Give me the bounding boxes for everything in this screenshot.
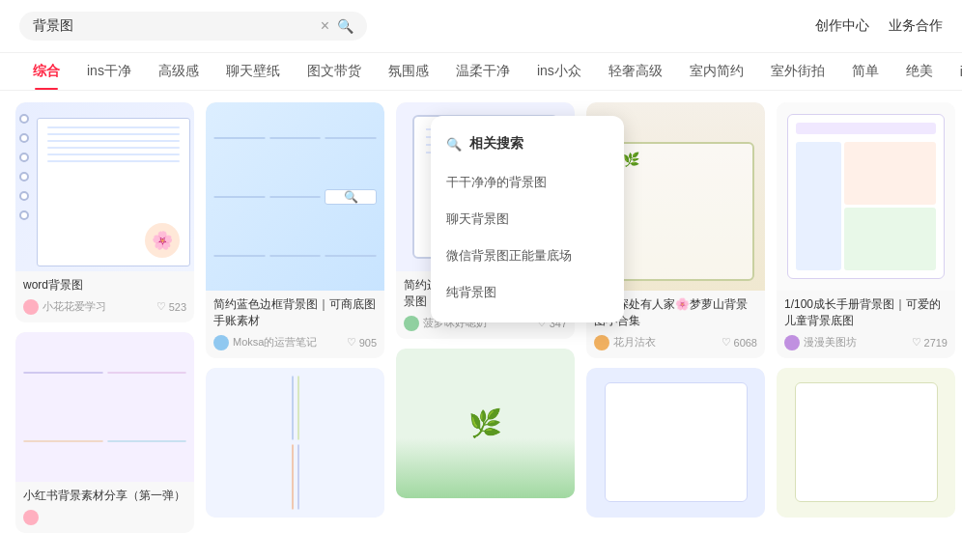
card-meta-blue: Moksa的运营笔记 ♡ 905 — [213, 335, 377, 350]
avatar-frames — [23, 510, 39, 525]
card-info-planner: 1/100成长手册背景图｜可爱的儿童背景底图 漫漫美图坊 ♡ 2719 — [777, 291, 955, 358]
card-likes-word: ♡ 523 — [156, 300, 186, 313]
card-author-planner: 漫漫美图坊 — [784, 335, 857, 350]
dropdown-item-0[interactable]: 干干净净的背景图 — [431, 164, 624, 201]
create-center-link[interactable]: 创作中心 — [815, 17, 869, 35]
card-likes-blue: ♡ 905 — [347, 336, 377, 349]
business-link[interactable]: 业务合作 — [889, 17, 943, 35]
tab-gentle-clean[interactable]: 温柔干净 — [442, 53, 523, 90]
nav-tabs: 综合 ins干净 高级感 聊天壁纸 图文带货 氛围感 温柔干净 ins小众 轻奢… — [0, 53, 962, 91]
card-info-frames: 小红书背景素材分享（第一弹） — [15, 482, 194, 533]
card-column-0: 🌸 word背景图 小花花爱学习 ♡ 523 — [15, 102, 194, 533]
card-author-blue: Moksa的运营笔记 — [213, 335, 317, 350]
dropdown-item-1[interactable]: 聊天背景图 — [431, 201, 624, 238]
tab-high-end[interactable]: 高级感 — [145, 53, 212, 90]
tab-ins-clean[interactable]: ins干净 — [73, 53, 145, 90]
clear-icon[interactable]: × — [321, 17, 329, 35]
card-thumb-small — [206, 368, 384, 518]
card-column-4: 1/100成长手册背景图｜可爱的儿童背景底图 漫漫美图坊 ♡ 2719 — [777, 102, 955, 533]
card-thumb-planner — [777, 102, 955, 291]
card-meta-word: 小花花爱学习 ♡ 523 — [23, 299, 186, 315]
avatar-simple — [404, 316, 419, 331]
tab-graphic-merch[interactable]: 图文带货 — [294, 53, 375, 90]
tab-outdoor-street[interactable]: 室外街拍 — [757, 53, 838, 90]
tab-simple[interactable]: 简单 — [838, 53, 892, 90]
tab-gorgeous[interactable]: 绝美 — [892, 53, 947, 90]
dropdown-search-icon: 🔍 — [446, 137, 462, 152]
card-author-garden: 花月沽衣 — [594, 335, 656, 350]
card-meta-planner: 漫漫美图坊 ♡ 2719 — [784, 335, 948, 350]
dropdown-header-label: 相关搜索 — [469, 135, 523, 153]
avatar-garden — [594, 335, 609, 350]
card-thumb-frames — [15, 332, 194, 482]
card-column-1: 🔍 简约蓝色边框背景图｜可商底图 手账素材 Moksa的运营笔记 ♡ 905 — [206, 102, 384, 533]
card-thumb-purple — [586, 368, 765, 518]
card-xiaohongshu-frames[interactable]: 小红书背景素材分享（第一弹） — [15, 332, 194, 533]
card-title-planner: 1/100成长手册背景图｜可爱的儿童背景底图 — [784, 296, 948, 329]
tab-indoor-minimal[interactable]: 室内简约 — [676, 53, 757, 90]
card-likes-garden: ♡ 6068 — [722, 336, 757, 349]
tab-comprehensive[interactable]: 综合 — [19, 53, 73, 90]
heart-icon-blue: ♡ — [347, 336, 356, 349]
card-plain-purple[interactable] — [586, 368, 765, 518]
card-info-blue: 简约蓝色边框背景图｜可商底图 手账素材 Moksa的运营笔记 ♡ 905 — [206, 291, 384, 358]
card-title-word: word背景图 — [23, 277, 186, 294]
dropdown-header: 🔍 相关搜索 — [431, 127, 624, 164]
search-input[interactable] — [33, 18, 313, 34]
heart-icon: ♡ — [156, 300, 166, 313]
card-title-blue: 简约蓝色边框背景图｜可商底图 手账素材 — [213, 296, 377, 329]
tab-atmosphere[interactable]: 氛围感 — [375, 53, 442, 90]
card-author-word: 小花花爱学习 — [23, 299, 106, 315]
card-meta-garden: 花月沽衣 ♡ 6068 — [594, 335, 757, 350]
avatar-planner — [784, 335, 800, 350]
card-plain-olive[interactable] — [777, 368, 955, 518]
card-meta-frames — [23, 510, 186, 525]
card-word-bg[interactable]: 🌸 word背景图 小花花爱学习 ♡ 523 — [15, 102, 194, 322]
card-thumb-blue: 🔍 — [206, 102, 384, 291]
avatar-word — [23, 299, 39, 315]
header: × 🔍 创作中心 业务合作 — [0, 0, 962, 53]
heart-icon-garden: ♡ — [722, 336, 731, 349]
card-small-frames[interactable] — [206, 368, 384, 518]
search-dropdown: 🔍 相关搜索 干干净净的背景图 聊天背景图 微信背景图正能量底场 纯背景图 — [431, 116, 624, 322]
card-title-frames: 小红书背景素材分享（第一弹） — [23, 488, 186, 504]
tab-ins-niche[interactable]: ins小众 — [523, 53, 595, 90]
card-thumb-colorful: 🌿 — [396, 349, 575, 498]
card-planner[interactable]: 1/100成长手册背景图｜可爱的儿童背景底图 漫漫美图坊 ♡ 2719 — [777, 102, 955, 358]
card-likes-planner: ♡ 2719 — [912, 336, 948, 349]
heart-icon-planner: ♡ — [912, 336, 921, 349]
card-info-word: word背景图 小花花爱学习 ♡ 523 — [15, 271, 194, 322]
card-blue-frame[interactable]: 🔍 简约蓝色边框背景图｜可商底图 手账素材 Moksa的运营笔记 ♡ 905 — [206, 102, 384, 358]
tab-light-luxury[interactable]: 轻奢高级 — [595, 53, 676, 90]
dropdown-item-2[interactable]: 微信背景图正能量底场 — [431, 238, 624, 274]
avatar-blue — [213, 335, 229, 350]
card-thumb-olive — [777, 368, 955, 518]
card-thumb-word: 🌸 — [15, 102, 194, 271]
dropdown-item-3[interactable]: 纯背景图 — [431, 274, 624, 311]
tab-iphones[interactable]: iphones — [947, 54, 962, 89]
header-actions: 创作中心 业务合作 — [815, 17, 943, 35]
search-icon[interactable]: 🔍 — [337, 18, 354, 34]
card-author-frames — [23, 510, 39, 525]
card-colorful-bottom[interactable]: 🌿 — [396, 349, 575, 498]
search-bar[interactable]: × 🔍 — [19, 12, 367, 41]
tab-chat-wallpaper[interactable]: 聊天壁纸 — [212, 53, 294, 90]
